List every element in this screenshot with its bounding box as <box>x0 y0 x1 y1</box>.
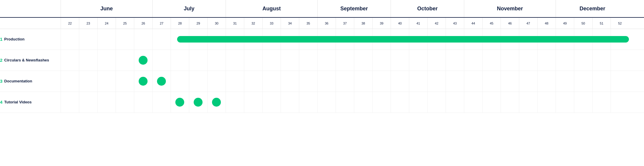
grid-cell-r4-w25 <box>116 92 134 113</box>
gantt-row-4: 4 Tutorial Videos <box>0 92 644 113</box>
grid-cell-r3-w22 <box>61 71 79 92</box>
gantt-dot-r4-w28 <box>175 98 184 107</box>
grid-cell-r3-w33 <box>262 71 281 92</box>
gantt-row-2: 2 Circulars & Newsflashes <box>0 50 644 71</box>
month-cell-september: September <box>317 0 391 17</box>
grid-cell-r2-w51 <box>592 50 611 71</box>
week-cell-44: 44 <box>464 18 482 29</box>
grid-cell-r3-w48 <box>537 71 556 92</box>
grid-cell-r4-w27 <box>152 92 171 113</box>
grid-cell-r4-w35 <box>299 92 317 113</box>
grid-cell-r3-w42 <box>427 71 446 92</box>
grid-cell-r1-w24 <box>97 29 116 50</box>
row-number-4: 4 <box>0 99 2 105</box>
week-cell-25: 25 <box>116 18 134 29</box>
grid-cell-r3-w35 <box>299 71 317 92</box>
week-cell-41: 41 <box>409 18 427 29</box>
grid-cell-r1-w23 <box>79 29 97 50</box>
row-cells-1 <box>61 29 644 50</box>
grid-cell-r4-w24 <box>97 92 116 113</box>
week-cell-34: 34 <box>281 18 299 29</box>
grid-cell-r2-w42 <box>427 50 446 71</box>
week-cell-33: 33 <box>262 18 281 29</box>
month-cell-august: August <box>226 0 317 17</box>
grid-cell-r3-w31 <box>226 71 244 92</box>
grid-cell-r4-w26 <box>134 92 152 113</box>
grid-cell-r2-w22 <box>61 50 79 71</box>
week-cell-37: 37 <box>336 18 354 29</box>
gantt-chart: JuneJulyAugustSeptemberOctoberNovemberDe… <box>0 0 644 166</box>
grid-cell-r4-w33 <box>262 92 281 113</box>
grid-cell-r4-w47 <box>519 92 537 113</box>
row-label-text-2: Circulars & Newsflashes <box>4 58 49 63</box>
grid-cell-r2-w25 <box>116 50 134 71</box>
grid-cell-r4-w40 <box>391 92 409 113</box>
week-cell-42: 42 <box>427 18 446 29</box>
row-label-1: 1 Production <box>0 33 61 46</box>
grid-cell-r2-w33 <box>262 50 281 71</box>
grid-cell-r4-w41 <box>409 92 427 113</box>
week-cell-29: 29 <box>189 18 207 29</box>
grid-cell-r3-w36 <box>317 71 336 92</box>
grid-cell-r3-w25 <box>116 71 134 92</box>
week-cell-45: 45 <box>482 18 501 29</box>
month-cell-october: October <box>391 0 464 17</box>
row-label-text-3: Documentation <box>4 79 32 84</box>
grid-cell-r2-w38 <box>354 50 372 71</box>
grid-cell-r3-w52 <box>611 71 629 92</box>
grid-cell-r2-w45 <box>482 50 501 71</box>
week-cell-30: 30 <box>207 18 226 29</box>
week-cell-26: 26 <box>134 18 152 29</box>
grid-cell-r3-w30 <box>207 71 226 92</box>
grid-cell-r4-w49 <box>556 92 574 113</box>
month-cell-november: November <box>464 0 556 17</box>
grid-cell-r3-w38 <box>354 71 372 92</box>
grid-cell-r4-w34 <box>281 92 299 113</box>
grid-cell-r2-w29 <box>189 50 207 71</box>
grid-cell-r3-w28 <box>171 71 189 92</box>
grid-cell-r4-w36 <box>317 92 336 113</box>
grid-cell-r3-w46 <box>501 71 519 92</box>
gantt-dot-r4-w29 <box>194 98 203 107</box>
grid-cell-r4-w42 <box>427 92 446 113</box>
week-cell-31: 31 <box>226 18 244 29</box>
week-cell-23: 23 <box>79 18 97 29</box>
week-cell-24: 24 <box>97 18 116 29</box>
week-cell-48: 48 <box>537 18 556 29</box>
grid-cell-r4-w22 <box>61 92 79 113</box>
week-cell-35: 35 <box>299 18 317 29</box>
grid-cell-r3-w34 <box>281 71 299 92</box>
grid-cell-r3-w49 <box>556 71 574 92</box>
week-cell-50: 50 <box>574 18 592 29</box>
row-cells-3 <box>61 71 644 92</box>
grid-cell-r2-w46 <box>501 50 519 71</box>
week-cell-36: 36 <box>317 18 336 29</box>
grid-cell-r3-w44 <box>464 71 482 92</box>
row-label-3: 3 Documentation <box>0 75 61 88</box>
gantt-bar-1 <box>177 36 629 43</box>
week-cell-27: 27 <box>152 18 171 29</box>
month-header-row: JuneJulyAugustSeptemberOctoberNovemberDe… <box>0 0 644 18</box>
grid-cell-r3-w51 <box>592 71 611 92</box>
grid-cell-r2-w27 <box>152 50 171 71</box>
grid-cell-r4-w51 <box>592 92 611 113</box>
grid-cell-r1-w26 <box>134 29 152 50</box>
week-header-row: 2223242526272829303132333435363738394041… <box>0 18 644 29</box>
grid-cell-r2-w40 <box>391 50 409 71</box>
grid-cell-r3-w45 <box>482 71 501 92</box>
grid-cell-r4-w44 <box>464 92 482 113</box>
grid-cell-r2-w24 <box>97 50 116 71</box>
grid-cell-r4-w23 <box>79 92 97 113</box>
month-cell-june: June <box>61 0 152 17</box>
grid-cell-r3-w39 <box>372 71 391 92</box>
week-cell-46: 46 <box>501 18 519 29</box>
grid-cell-r4-w46 <box>501 92 519 113</box>
gantt-dot-r2-w26 <box>139 56 148 65</box>
week-cell-22: 22 <box>61 18 79 29</box>
grid-cell-r4-w48 <box>537 92 556 113</box>
week-cell-49: 49 <box>556 18 574 29</box>
row-label-text-4: Tutorial Videos <box>4 100 32 105</box>
week-cell-47: 47 <box>519 18 537 29</box>
grid-cell-r2-w32 <box>244 50 262 71</box>
row-number-3: 3 <box>0 78 2 84</box>
